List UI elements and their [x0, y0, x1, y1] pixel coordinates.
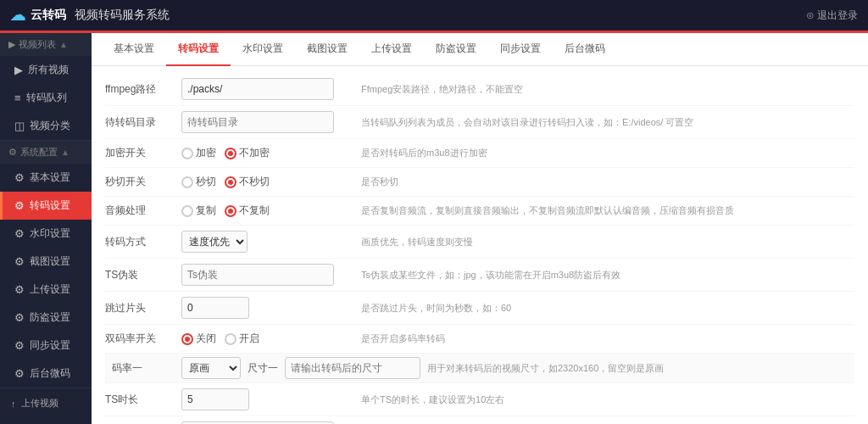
dimension-input[interactable] [285, 357, 420, 379]
logout-button[interactable]: ⊙ 退出登录 [806, 8, 858, 23]
ffmpeg-path-control [181, 78, 351, 100]
transcode-mode-hint: 画质优先，转码速度则变慢 [361, 236, 854, 248]
audio-process-radio-group: 复制 不复制 [181, 204, 351, 218]
bitrate-hint: 用于对来转码后的视频尺寸，如2320x160，留空则是原画 [427, 362, 854, 375]
dual-bitrate-on-circle [225, 333, 236, 345]
transcode-icon: ⚙ [14, 199, 25, 212]
sidebar-label-screenshot: 截图设置 [30, 254, 70, 269]
transcode-dir-label: 待转码目录 [105, 115, 181, 130]
sidebar-item-basic-settings[interactable]: ⚙ 基本设置 [0, 164, 92, 192]
ts-disguise-control [181, 264, 351, 286]
main-content: 基本设置 转码设置 水印设置 截图设置 上传设置 防盗设置 同步设置 后台微码 … [92, 33, 868, 424]
tab-backend[interactable]: 后台微码 [553, 33, 617, 66]
system-section-label: 系统配置 [20, 146, 58, 159]
sidebar-label-all-videos: 所有视频 [28, 63, 69, 77]
ts-disguise-row: TS伪装 Ts伪装成某些文件，如：jpg，该功能需在开启m3u8防盗后有效 [105, 259, 854, 292]
encrypt-radio-no[interactable]: 加密 [181, 146, 216, 160]
sidebar-item-sync[interactable]: ⚙ 同步设置 [0, 332, 92, 360]
second-cut-label: 秒切开关 [105, 175, 181, 189]
sidebar-item-upload-settings[interactable]: ⚙ 上传设置 [0, 276, 92, 304]
dimension-label: 尺寸一 [248, 361, 278, 376]
transcode-mode-select[interactable]: 速度优先 质量优先 平衡 [181, 231, 248, 253]
tab-watermark[interactable]: 水印设置 [231, 33, 295, 66]
classify-icon: ◫ [14, 120, 25, 132]
system-section-icon: ⚙ [8, 147, 17, 158]
watermark-icon: ⚙ [14, 227, 25, 240]
second-cut-radio-no-label: 不秒切 [239, 175, 270, 189]
tab-upload[interactable]: 上传设置 [359, 33, 424, 66]
sidebar-item-anti-theft[interactable]: ⚙ 防盗设置 [0, 304, 92, 332]
skip-head-label: 跳过片头 [105, 301, 181, 315]
queue-icon: ≡ [14, 92, 21, 104]
ts-duration-row: TS时长 单个TS的时长，建议设置为10左右 [105, 383, 854, 416]
sidebar-label-transcode: 转码设置 [30, 198, 70, 213]
encrypt-hint: 是否对转码后的m3u8进行加密 [361, 147, 854, 159]
sidebar-item-transcode-queue[interactable]: ≡ 转码队列 [0, 84, 92, 112]
transcode-dir-row: 待转码目录 当转码队列列表为成员，会自动对该目录进行转码扫入读，如：E:/vid… [105, 106, 854, 139]
cloud-icon: ☁ [10, 6, 25, 25]
second-cut-radio-yes[interactable]: 秒切 [181, 175, 216, 189]
second-cut-radio-no[interactable]: 不秒切 [225, 175, 270, 189]
tab-basic[interactable]: 基本设置 [102, 33, 166, 66]
transcode-mode-row: 转码方式 速度优先 质量优先 平衡 画质优先，转码速度则变慢 [105, 226, 854, 259]
bitrate-sub-row: 码率一 原画 1080P 720P 480P 360P 尺寸一 用于对来转码后的… [105, 354, 854, 383]
sidebar-item-screenshot-settings[interactable]: ⚙ 截图设置 [0, 248, 92, 276]
transcode-dir-input[interactable] [181, 111, 334, 133]
audio-no-copy-radio[interactable]: 不复制 [225, 204, 270, 218]
ts-duration-input[interactable] [181, 388, 249, 410]
chevron-up-icon: ▲ [59, 40, 68, 49]
sidebar-item-backend[interactable]: ⚙ 后台微码 [0, 360, 92, 388]
audio-process-hint: 是否复制音频流，复制则直接音频输出，不复制音频流即默认认编音频，压缩音频有损音质 [361, 204, 854, 217]
chevron-up-icon-2: ▲ [61, 148, 70, 157]
second-cut-radio-yes-circle [181, 176, 193, 188]
sidebar-label-watermark: 水印设置 [30, 226, 70, 241]
sidebar-item-watermark-settings[interactable]: ⚙ 水印设置 [0, 220, 92, 248]
skip-head-input[interactable] [181, 297, 249, 319]
ts-duration-control [181, 388, 351, 410]
audio-copy-radio-circle [181, 205, 193, 217]
skip-head-row: 跳过片头 是否跳过片头，时间为秒数，如：60 [105, 292, 854, 325]
ffmpeg-path-row: ffmpeg路径 Ffmpeg安装路径，绝对路径，不能置空 [105, 73, 854, 106]
ts-disguise-input[interactable] [181, 264, 334, 286]
transcode-dir-hint: 当转码队列列表为成员，会自动对该目录进行转码扫入读，如：E:/videos/ 可… [361, 116, 854, 129]
dual-bitrate-on-radio[interactable]: 开启 [225, 332, 259, 346]
tab-bar: 基本设置 转码设置 水印设置 截图设置 上传设置 防盗设置 同步设置 后台微码 [92, 33, 868, 66]
sidebar-item-all-videos[interactable]: ▶ 所有视频 [0, 56, 92, 84]
encrypt-radio-no-label: 加密 [196, 146, 216, 160]
tab-sync[interactable]: 同步设置 [488, 33, 553, 66]
sidebar-label-video-classify: 视频分类 [30, 119, 70, 133]
app-title: 视频转码服务系统 [75, 8, 170, 23]
dual-bitrate-label: 双码率开关 [105, 332, 181, 346]
sidebar-item-video-classify[interactable]: ◫ 视频分类 [0, 112, 92, 140]
encrypt-radio-yes[interactable]: 不加密 [225, 146, 270, 160]
sidebar-label-sync: 同步设置 [30, 338, 70, 353]
second-cut-radio-group: 秒切 不秒切 [181, 175, 351, 189]
audio-process-label: 音频处理 [105, 204, 181, 218]
ts-duration-label: TS时长 [105, 393, 181, 407]
encrypt-radio-no-circle [181, 148, 193, 159]
encrypt-radio-yes-label: 不加密 [239, 146, 270, 160]
ffmpeg-path-hint: Ffmpeg安装路径，绝对路径，不能置空 [361, 83, 854, 96]
ffmpeg-path-input[interactable] [181, 78, 334, 100]
upload-video-icon: ↑ [11, 399, 16, 409]
bitrate-select[interactable]: 原画 1080P 720P 480P 360P [181, 357, 241, 379]
sidebar-label-backend: 后台微码 [30, 366, 70, 381]
logo: ☁ 云转码 [10, 6, 66, 25]
ts-duration-hint: 单个TS的时长，建议设置为10左右 [361, 393, 854, 406]
tab-transcode[interactable]: 转码设置 [166, 33, 231, 66]
sidebar-item-upload-video[interactable]: ↑ 上传视频 [0, 388, 92, 418]
sidebar-label-upload-video: 上传视频 [21, 397, 58, 410]
audio-copy-radio[interactable]: 复制 [181, 204, 216, 218]
tab-screenshot[interactable]: 截图设置 [295, 33, 359, 66]
screenshot-icon: ⚙ [14, 255, 25, 268]
ffmpeg-path-label: ffmpeg路径 [105, 82, 181, 97]
tab-anti-theft[interactable]: 防盗设置 [424, 33, 488, 66]
encrypt-radio-yes-circle [225, 148, 236, 159]
sidebar-section-videos[interactable]: ▶ 视频列表 ▲ [0, 33, 92, 56]
sidebar-item-transcode-settings[interactable]: ⚙ 转码设置 [0, 192, 92, 220]
upload-icon: ⚙ [14, 283, 25, 296]
dual-bitrate-off-radio[interactable]: 关闭 [181, 332, 216, 346]
sidebar-section-system[interactable]: ⚙ 系统配置 ▲ [0, 141, 92, 164]
transcode-mode-label: 转码方式 [105, 235, 181, 249]
video-section-icon: ▶ [8, 39, 15, 50]
